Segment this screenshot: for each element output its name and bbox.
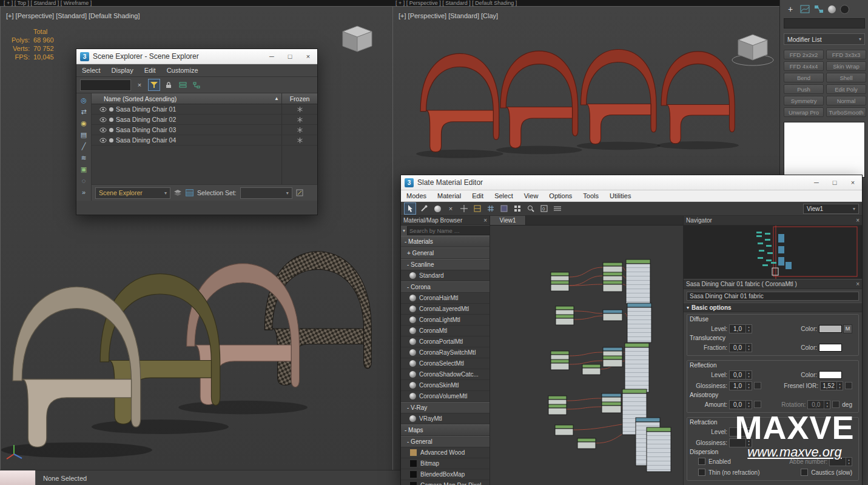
browser-tree-item[interactable]: CoronaLayeredMtl <box>401 304 490 315</box>
selection-set-combo[interactable]: ▾ <box>240 187 292 199</box>
menu-item[interactable]: Edit <box>139 65 161 75</box>
browser-tree-item[interactable]: Camera Map Per Pixel <box>401 480 490 485</box>
close-button[interactable]: × <box>844 175 862 190</box>
modifier-button[interactable]: Normal <box>826 96 866 105</box>
browser-tree-item[interactable]: Standard <box>401 270 490 281</box>
browser-tree-item[interactable]: CoronaVolumeMtl <box>401 391 490 402</box>
modifier-button[interactable]: Edit Poly <box>826 84 866 94</box>
curve-editor-icon[interactable] <box>800 5 810 13</box>
viewport-label[interactable]: [+] [Perspective] [Standard] [Default Sh… <box>6 12 140 19</box>
reflection-level-spinner[interactable]: 0,0 ▴▾ <box>729 370 752 380</box>
object-name[interactable]: Sasa Dining Chair 01 <box>116 105 176 113</box>
viewcube[interactable] <box>335 22 379 56</box>
frozen-snowflake-icon[interactable] <box>297 127 303 133</box>
browser-tree-item[interactable]: + General <box>401 247 490 259</box>
menu-item[interactable]: Utilities <box>604 191 636 201</box>
glossiness-map-slot[interactable] <box>754 382 761 389</box>
caustics-checkbox[interactable] <box>801 469 808 476</box>
layers-icon[interactable] <box>174 189 182 196</box>
diffuse-level-spinner[interactable]: 1,0 ▴▾ <box>729 324 752 333</box>
browser-tree-item[interactable]: - Scanline <box>401 259 490 270</box>
material-id-icon[interactable]: 0 <box>539 203 550 214</box>
browser-tree-item[interactable]: CoronaHairMtl <box>401 293 490 304</box>
visibility-eye-icon[interactable] <box>99 107 107 112</box>
sort-ascending-icon[interactable]: ▲ <box>274 96 279 101</box>
close-icon[interactable]: × <box>856 281 860 287</box>
rotation-map-slot[interactable] <box>832 401 839 408</box>
schematic-view-icon[interactable] <box>814 5 824 13</box>
diffuse-color-swatch[interactable] <box>819 325 842 333</box>
enabled-checkbox[interactable] <box>698 458 705 465</box>
menu-item[interactable]: Select <box>489 191 519 201</box>
maximize-button[interactable]: □ <box>281 49 299 64</box>
hide-unused-slots-icon[interactable] <box>472 203 483 214</box>
fresnel-ior-spinner[interactable]: 1,52 ▴▾ <box>820 381 843 390</box>
browser-tree-item[interactable]: BlendedBoxMap <box>401 469 490 480</box>
object-name[interactable]: Sasa Dining Chair 04 <box>116 136 176 144</box>
select-tool-icon[interactable] <box>404 202 416 215</box>
filter-funnel-icon[interactable] <box>148 79 160 91</box>
pick-material-icon[interactable] <box>419 203 429 214</box>
modifier-button[interactable]: FFD 4x4x4 <box>784 61 824 71</box>
fraction-spinner[interactable]: 0,0 ▴▾ <box>729 343 752 352</box>
clear-search-icon[interactable]: × <box>134 79 145 90</box>
translucency-color-swatch[interactable] <box>819 344 842 352</box>
modifier-button[interactable]: FFD 3x3x3 <box>826 50 866 59</box>
zoom-extents-icon[interactable] <box>525 203 536 214</box>
filter-space-warps-icon[interactable]: ≋ <box>78 153 89 162</box>
explorer-preset-combo[interactable]: Scene Explorer ▾ <box>95 187 170 199</box>
table-row[interactable]: Sasa Dining Chair 02 <box>92 115 317 125</box>
chevron-down-icon[interactable]: ▾ <box>403 228 405 233</box>
visibility-eye-icon[interactable] <box>99 127 107 133</box>
menu-item[interactable]: Material <box>432 191 466 201</box>
options-icon[interactable] <box>552 203 563 214</box>
close-icon[interactable]: × <box>483 217 487 224</box>
lock-icon[interactable] <box>163 79 174 90</box>
modifier-button[interactable]: Shell <box>826 73 866 82</box>
object-name-field[interactable] <box>784 18 865 28</box>
column-name[interactable]: Name (Sorted Ascending) <box>104 95 177 102</box>
modifier-button[interactable]: Push <box>784 84 824 94</box>
reflection-color-swatch[interactable] <box>819 371 842 379</box>
modifier-button[interactable]: Skin Wrap <box>826 61 866 71</box>
browser-tree-item[interactable]: - Corona <box>401 281 490 293</box>
delete-node-icon[interactable]: × <box>445 203 456 214</box>
create-plus-icon[interactable]: + <box>785 4 796 15</box>
menu-item[interactable]: Edit <box>466 191 489 201</box>
modifier-button[interactable]: Unwrap Pro <box>784 107 824 117</box>
sync-selection-icon[interactable]: ⇄ <box>78 107 89 116</box>
layer-view-icon[interactable] <box>177 79 188 90</box>
render-setup-icon[interactable] <box>840 5 849 14</box>
browser-tree-item[interactable]: Bitmap <box>401 458 490 469</box>
material-name-input[interactable] <box>687 292 859 301</box>
table-row[interactable]: Sasa Dining Chair 01 <box>92 104 317 115</box>
browser-tree-item[interactable]: - V-Ray <box>401 402 490 413</box>
frozen-snowflake-icon[interactable] <box>297 138 303 143</box>
list-header[interactable]: Name (Sorted Ascending) ▲ Frozen <box>92 93 317 104</box>
modifier-stack[interactable] <box>784 122 865 178</box>
slate-titlebar[interactable]: 3 Slate Material Editor ─ □ × <box>401 175 862 190</box>
browser-tree-item[interactable]: CoronaSkinMtl <box>401 380 490 391</box>
minimize-button[interactable]: ─ <box>263 49 281 64</box>
view-tab[interactable]: View1 <box>490 216 526 225</box>
modifier-button[interactable]: TurboSmooth <box>826 107 866 117</box>
filter-all-icon[interactable]: ◎ <box>78 95 89 105</box>
column-frozen[interactable]: Frozen <box>281 93 317 104</box>
menu-item[interactable]: View <box>519 191 544 201</box>
close-icon[interactable]: × <box>856 217 860 224</box>
reflection-glossiness-spinner[interactable]: 1,0 ▴▾ <box>729 381 752 390</box>
modifier-button[interactable]: Bend <box>784 73 824 82</box>
menu-item[interactable]: Customize <box>161 65 204 75</box>
visibility-eye-icon[interactable] <box>99 138 107 143</box>
scene-explorer-titlebar[interactable]: 3 Scene Explorer - Scene Explorer ─ □ × <box>76 49 317 64</box>
filter-cameras-icon[interactable]: ▤ <box>78 130 89 139</box>
menu-item[interactable]: Options <box>543 191 577 201</box>
node-graph[interactable] <box>490 225 683 485</box>
object-name[interactable]: Sasa Dining Chair 02 <box>116 116 176 123</box>
view-selector-combo[interactable]: View1 ▾ <box>803 204 859 214</box>
frozen-snowflake-icon[interactable] <box>297 117 303 122</box>
frozen-snowflake-icon[interactable] <box>297 107 303 112</box>
basic-options-rollout[interactable]: ▾ Basic options <box>684 303 862 312</box>
browser-tree-item[interactable]: VRayMtl <box>401 413 490 424</box>
filter-geometry-icon[interactable]: ▣ <box>78 164 89 174</box>
